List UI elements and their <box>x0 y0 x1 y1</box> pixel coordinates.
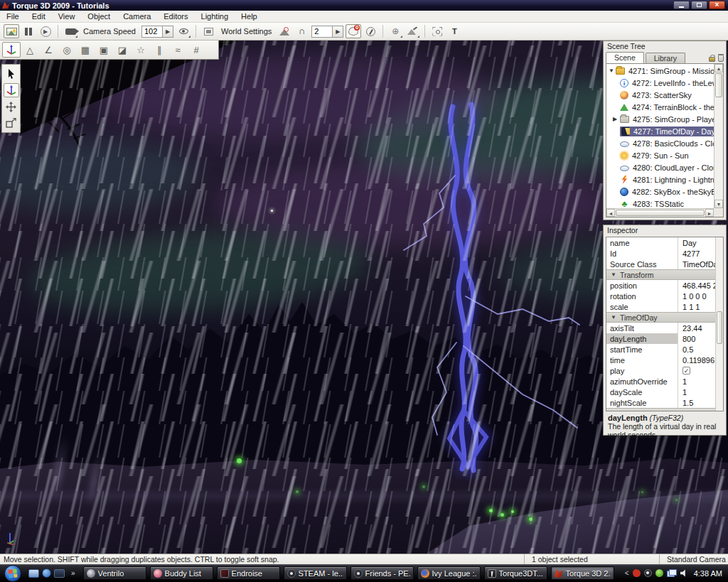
tray-chevron-icon[interactable]: < <box>625 569 629 577</box>
menu-editors[interactable]: Editors <box>157 11 194 21</box>
messenger-green-icon[interactable] <box>655 569 663 577</box>
menu-view[interactable]: View <box>52 11 82 21</box>
maximize-button[interactable] <box>691 1 707 9</box>
material-editor-icon[interactable]: ◎ <box>58 42 76 58</box>
terrain-snap-button[interactable] <box>405 24 420 38</box>
world-visibility-button[interactable] <box>346 24 361 38</box>
taskbar-button-buddy-list[interactable]: Buddy List <box>150 566 213 580</box>
camera-speed-input[interactable] <box>142 27 162 36</box>
terrain-editor-icon[interactable]: △ <box>21 42 39 58</box>
taskbar-button-ventrilo[interactable]: Ventrilo <box>83 566 146 580</box>
compass-button[interactable] <box>363 24 378 38</box>
object-editor-icon[interactable] <box>2 42 21 58</box>
property-row[interactable]: nightScale 1.5 <box>606 397 723 408</box>
expander-icon[interactable]: ▼ <box>609 68 616 74</box>
taskbar-button-steam[interactable]: STEAM - le... <box>284 566 347 580</box>
scrollbar-thumb[interactable] <box>616 210 705 216</box>
property-row[interactable]: name Day <box>606 237 723 248</box>
taskbar-button-endroise[interactable]: Endroise <box>217 566 280 580</box>
player-size-button[interactable] <box>277 24 292 38</box>
section-simbase-clipped[interactable]: ▼ SimBase <box>606 408 723 411</box>
lock-icon[interactable] <box>709 57 715 62</box>
river-editor-icon[interactable]: ≈ <box>168 42 187 58</box>
text-button[interactable]: T <box>446 24 462 38</box>
tree-horizontal-scrollbar[interactable]: ◄ ► <box>606 208 714 217</box>
tree-item[interactable]: 4272: LevelInfo - theLevelInfo <box>606 77 714 89</box>
tree-item[interactable]: 4279: Sun - Sun <box>606 149 714 161</box>
tree-item[interactable]: 4278: BasicClouds - Clouds <box>606 137 714 149</box>
panels-button[interactable] <box>21 24 36 38</box>
menu-lighting[interactable]: Lighting <box>195 11 235 21</box>
inspector-scrollbar[interactable] <box>715 237 723 411</box>
camera-fit-button[interactable] <box>200 24 216 38</box>
property-row[interactable]: rotation 1 0 0 0 <box>606 291 723 301</box>
camera-speed-arrow[interactable]: ▶ <box>162 26 173 37</box>
scrollbar-thumb[interactable] <box>717 311 722 344</box>
expander-icon[interactable]: ▶ <box>613 116 620 122</box>
tree-item[interactable]: ▶ 4275: SimGroup - PlayerDropPo <box>606 113 714 125</box>
tree-item[interactable]: 4281: Lightning - Lightning <box>606 173 714 185</box>
scroll-left-icon[interactable]: ◄ <box>606 209 615 217</box>
scale-tool-icon[interactable] <box>4 116 19 130</box>
tab-library[interactable]: Library <box>646 53 685 63</box>
translate-snap-button[interactable]: ⊕ <box>387 24 403 38</box>
volume-icon[interactable] <box>680 569 688 577</box>
tree-item[interactable]: 4273: ScatterSky <box>606 89 714 101</box>
property-row[interactable]: dayScale 1 <box>606 387 723 397</box>
snap-size-arrow[interactable]: ▶ <box>332 26 343 37</box>
network-icon[interactable] <box>667 569 677 577</box>
scroll-up-icon[interactable]: ▲ <box>714 64 723 72</box>
play-checkbox[interactable] <box>682 367 690 374</box>
property-row[interactable]: time 0.119896 <box>606 355 723 365</box>
tree-vertical-scrollbar[interactable]: ▲ ▼ <box>714 64 723 208</box>
camera-dropdown-button[interactable] <box>63 24 78 38</box>
translate-tool-icon[interactable] <box>4 99 19 114</box>
world-button[interactable] <box>4 24 19 38</box>
menu-object[interactable]: Object <box>81 11 117 21</box>
taskbar-button-torque3d-active[interactable]: Torque 3D 2... <box>551 566 614 580</box>
taskbar-button-friends[interactable]: Friends - PE... <box>350 566 414 580</box>
overflow-chevron-icon[interactable]: » <box>71 569 75 577</box>
section-transform[interactable]: ▼ Transform <box>606 269 723 280</box>
tree-item[interactable]: 4274: TerrainBlock - theTerrain <box>606 101 714 113</box>
taskbar-button-ivy-league[interactable]: Ivy League :... <box>417 566 481 580</box>
property-row[interactable]: startTime 0.5 <box>606 344 723 355</box>
menu-camera[interactable]: Camera <box>117 11 157 21</box>
property-row[interactable]: position 468.445 2.87 <box>606 280 723 291</box>
steam-tray-icon[interactable] <box>644 569 652 577</box>
app-red-icon[interactable] <box>633 569 641 577</box>
property-row[interactable]: Source Class TimeOfDay <box>606 259 723 269</box>
tree-item[interactable]: ▼ 4271: SimGroup - MissionGroup <box>606 65 714 77</box>
visibility-eye-button[interactable] <box>176 24 191 38</box>
scroll-down-icon[interactable]: ▼ <box>714 200 723 208</box>
property-row[interactable]: axisTilt 23.44 <box>606 323 723 333</box>
property-row[interactable]: azimuthOverride 1 <box>606 376 723 387</box>
start-button[interactable] <box>4 565 21 582</box>
property-row[interactable]: Id 4277 <box>606 248 723 259</box>
menu-edit[interactable]: Edit <box>26 11 52 21</box>
tree-item-selected[interactable]: 4277: TimeOfDay - Day <box>606 125 714 137</box>
move-tool-icon[interactable] <box>4 83 19 97</box>
minimize-button[interactable] <box>673 1 690 9</box>
show-desktop-icon[interactable] <box>28 569 39 578</box>
snap-size-input[interactable] <box>312 27 332 36</box>
tree-item[interactable]: 4282: SkyBox - theSkyBox <box>606 185 714 198</box>
clock[interactable]: 4:38 AM <box>694 569 722 578</box>
bounds-button[interactable] <box>429 24 445 38</box>
tree-item[interactable]: 4280: CloudLayer - CloudLayer <box>606 161 714 173</box>
scroll-right-icon[interactable]: ► <box>705 209 714 217</box>
property-row[interactable]: dayLength 800 <box>606 333 723 344</box>
select-tool-icon[interactable] <box>4 67 19 81</box>
property-row[interactable]: scale 1 1 1 <box>606 301 723 312</box>
property-row[interactable]: play <box>606 365 723 376</box>
mesh-road-editor-icon[interactable]: # <box>187 42 205 58</box>
tree-item[interactable]: 4283: TSStatic <box>606 198 714 208</box>
particle-editor-icon[interactable]: ☆ <box>132 42 150 58</box>
taskbar-button-torque3dt[interactable]: Torque3DT... <box>484 566 547 580</box>
window-switcher-icon[interactable] <box>54 569 65 578</box>
shape-editor-icon[interactable]: ◪ <box>113 42 132 58</box>
road-editor-icon[interactable]: ∥ <box>150 42 168 58</box>
trash-icon[interactable] <box>718 55 724 62</box>
terrain-painter-icon[interactable]: ∠ <box>39 42 58 58</box>
tab-scene[interactable]: Scene <box>606 52 644 63</box>
